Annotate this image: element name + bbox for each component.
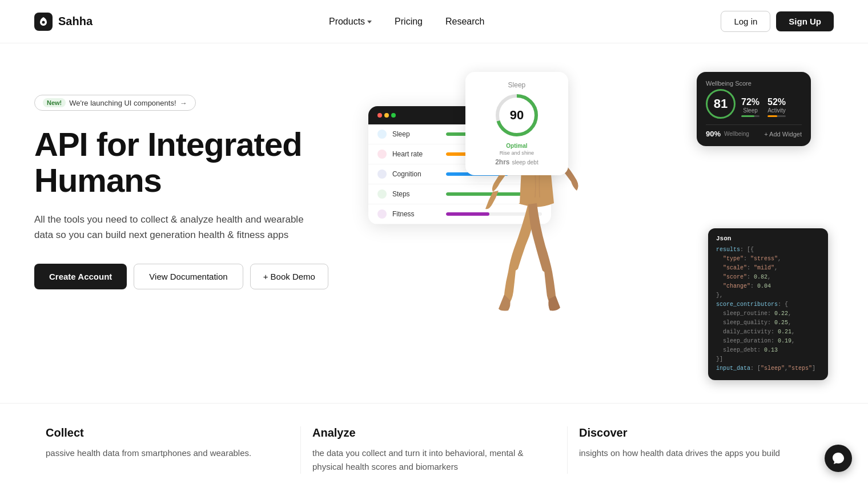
signup-button[interactable]: Sign Up <box>776 11 834 31</box>
hero-visual: Sleep 90 Optimal Rise and shine 2hrs sle… <box>351 72 834 380</box>
feature-discover-desc: insights on how health data drives the a… <box>579 446 822 460</box>
wellbeing-label: Wellbeing Score <box>706 80 802 87</box>
feature-collect: Collect passive health data from smartph… <box>34 426 301 474</box>
json-card: Json results: [{ "type": "stress", "scal… <box>708 228 828 380</box>
arrow-icon: → <box>180 99 187 107</box>
sleep-score: 90 <box>510 108 524 123</box>
badge-text: We're launching UI components! <box>69 99 176 107</box>
logo-text: Sahha <box>58 15 93 28</box>
badge-new-label: New! <box>43 98 66 107</box>
svg-point-0 <box>42 21 45 23</box>
hero-content: New! We're launching UI components! → AP… <box>34 78 328 289</box>
wb-bottom-label: 90% <box>706 130 721 138</box>
nav-link-research[interactable]: Research <box>436 12 493 31</box>
sleep-card: Sleep 90 Optimal Rise and shine 2hrs sle… <box>465 72 568 175</box>
nav-links: Products Pricing Research <box>320 12 494 31</box>
book-demo-button[interactable]: + Book Demo <box>250 264 328 289</box>
dash-label-cognition: Cognition <box>392 170 440 178</box>
feature-analyze-title: Analyze <box>312 426 556 439</box>
new-badge[interactable]: New! We're launching UI components! → <box>34 95 196 111</box>
create-account-button[interactable]: Create Account <box>34 264 127 289</box>
feature-collect-desc: passive health data from smartphones and… <box>46 446 289 460</box>
feature-analyze: Analyze the data you collect and turn it… <box>301 426 568 474</box>
wellbeing-metrics: 72% Sleep 52% Activity <box>741 97 802 117</box>
feature-discover-title: Discover <box>579 426 822 439</box>
hero-title: API for Integrated Humans <box>34 127 328 198</box>
dash-label-sleep: Sleep <box>392 130 440 138</box>
sleep-footer: Rise and shine 2hrs sleep debt <box>475 149 559 166</box>
hero-description: All the tools you need to collect & anal… <box>34 212 308 243</box>
navbar: Sahha Products Pricing Research Log in S… <box>0 0 868 43</box>
sleep-status: Optimal <box>475 143 559 149</box>
nav-link-products[interactable]: Products <box>320 12 381 31</box>
chevron-down-icon <box>367 21 372 23</box>
nav-actions: Log in Sign Up <box>721 11 834 32</box>
logo-icon <box>34 13 53 31</box>
wb-metric-activity: 52% Activity <box>767 97 786 117</box>
wellbeing-score: 81 <box>706 89 736 119</box>
feature-discover: Discover insights on how health data dri… <box>568 426 834 474</box>
feature-analyze-desc: the data you collect and turn it into be… <box>312 446 556 474</box>
sleep-dial: 90 <box>494 92 540 138</box>
sleep-hrs: 2hrs sleep debt <box>475 158 559 166</box>
wb-metric-sleep: 72% Sleep <box>741 97 760 117</box>
dash-label-steps: Steps <box>392 190 440 198</box>
hero-section: New! We're launching UI components! → AP… <box>0 43 868 403</box>
wb-bottom-sub: Wellbeing <box>724 131 749 137</box>
login-button[interactable]: Log in <box>721 11 770 32</box>
json-header: Json <box>716 235 820 242</box>
wellbeing-card: Wellbeing Score 81 72% Sleep 52% Activit… <box>697 72 811 146</box>
wellbeing-score-row: 81 72% Sleep 52% Activity <box>706 89 802 119</box>
dash-label-fitness: Fitness <box>392 210 440 218</box>
dash-label-heart: Heart rate <box>392 150 440 158</box>
hero-buttons: Create Account View Documentation + Book… <box>34 264 328 289</box>
sleep-card-title: Sleep <box>475 81 559 89</box>
feature-collect-title: Collect <box>46 426 289 439</box>
features-section: Collect passive health data from smartph… <box>0 403 868 488</box>
view-documentation-button[interactable]: View Documentation <box>134 264 243 289</box>
logo[interactable]: Sahha <box>34 13 93 31</box>
chat-bubble-button[interactable] <box>825 445 852 472</box>
add-widget-button[interactable]: + Add Widget <box>764 131 802 138</box>
nav-link-pricing[interactable]: Pricing <box>385 12 432 31</box>
